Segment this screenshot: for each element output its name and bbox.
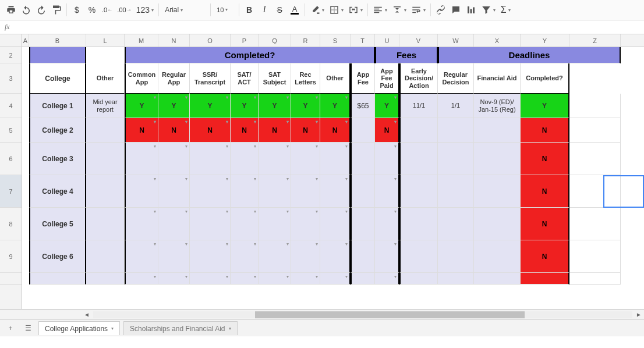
italic-button[interactable]: I — [257, 2, 272, 18]
cell[interactable] — [399, 143, 438, 175]
cell[interactable] — [259, 240, 291, 273]
borders-button[interactable] — [327, 2, 346, 18]
cell[interactable] — [320, 273, 351, 285]
cell[interactable] — [158, 208, 190, 240]
cell[interactable] — [474, 175, 521, 208]
decrease-decimal[interactable]: .0← — [100, 2, 115, 18]
cell[interactable] — [291, 208, 320, 240]
cell[interactable]: App Fee — [351, 63, 375, 94]
cell[interactable]: Completed? — [125, 47, 375, 63]
cell[interactable]: Y — [259, 94, 291, 118]
cell[interactable] — [474, 208, 521, 240]
cell[interactable] — [438, 240, 474, 273]
cell[interactable]: Y — [231, 94, 259, 118]
row-header[interactable]: 3 — [0, 63, 22, 94]
cell[interactable]: N — [375, 118, 399, 143]
column-header[interactable]: M — [125, 34, 158, 47]
column-header[interactable]: R — [291, 34, 320, 47]
cell[interactable] — [29, 47, 86, 63]
cell[interactable]: $65 — [351, 94, 375, 118]
link-icon[interactable] — [433, 2, 448, 18]
cell[interactable] — [22, 94, 29, 118]
cell[interactable]: Common App — [125, 63, 158, 94]
column-header[interactable]: Q — [259, 34, 291, 47]
cell[interactable] — [231, 175, 259, 208]
cell[interactable] — [22, 208, 29, 240]
column-header[interactable]: V — [399, 34, 438, 47]
cell[interactable]: N — [521, 143, 569, 175]
print-icon[interactable] — [3, 2, 19, 18]
cell[interactable] — [320, 240, 351, 273]
cell[interactable]: N — [521, 208, 569, 240]
cell[interactable]: N — [521, 175, 569, 208]
row-header[interactable]: 7 — [0, 175, 22, 208]
cell[interactable]: College 3 — [29, 143, 86, 175]
cell[interactable] — [320, 143, 351, 175]
cell[interactable] — [320, 175, 351, 208]
cell[interactable] — [399, 175, 438, 208]
cell[interactable]: Other — [320, 63, 351, 94]
cell[interactable] — [375, 143, 399, 175]
cell[interactable] — [22, 175, 29, 208]
wrap-button[interactable] — [409, 2, 428, 18]
cell[interactable] — [259, 208, 291, 240]
cell[interactable] — [569, 143, 621, 175]
undo-icon[interactable] — [19, 2, 34, 18]
increase-decimal[interactable]: .00→ — [115, 2, 133, 18]
cell[interactable] — [375, 175, 399, 208]
comment-icon[interactable] — [448, 2, 463, 18]
cell[interactable] — [399, 240, 438, 273]
strike-button[interactable]: S — [272, 2, 287, 18]
cell[interactable] — [158, 143, 190, 175]
cell[interactable] — [438, 118, 474, 143]
cell[interactable]: Regular Decision — [438, 63, 474, 94]
cell[interactable]: Regular App — [158, 63, 190, 94]
cell[interactable]: College 6 — [29, 240, 86, 273]
cell[interactable] — [521, 273, 569, 285]
cell[interactable] — [351, 273, 375, 285]
column-header[interactable]: S — [320, 34, 351, 47]
cell[interactable] — [569, 208, 621, 240]
column-header[interactable]: X — [474, 34, 521, 47]
halign-button[interactable] — [370, 2, 390, 18]
cell[interactable]: N — [231, 118, 259, 143]
cell[interactable] — [320, 208, 351, 240]
cell[interactable]: SAT/ ACT — [231, 63, 259, 94]
column-header[interactable]: P — [231, 34, 259, 47]
cell[interactable]: Other — [86, 63, 125, 94]
column-header[interactable]: T — [351, 34, 375, 47]
cell[interactable] — [125, 208, 158, 240]
cell[interactable] — [86, 273, 125, 285]
row-header[interactable] — [0, 273, 22, 285]
cell[interactable]: Y — [190, 94, 231, 118]
cell[interactable]: Financial Aid — [474, 63, 521, 94]
cell[interactable]: Y — [521, 94, 569, 118]
cell[interactable]: N — [158, 118, 190, 143]
cell[interactable] — [351, 240, 375, 273]
functions-icon[interactable]: Σ — [498, 2, 513, 18]
cell[interactable] — [259, 143, 291, 175]
cell[interactable] — [125, 273, 158, 285]
cell[interactable] — [569, 118, 621, 143]
cell[interactable] — [22, 273, 29, 285]
cell[interactable] — [351, 208, 375, 240]
cell[interactable] — [29, 273, 86, 285]
cell[interactable] — [375, 240, 399, 273]
cell[interactable] — [158, 273, 190, 285]
cell[interactable]: Y — [291, 94, 320, 118]
cell[interactable] — [569, 94, 621, 118]
column-header[interactable]: Y — [521, 34, 569, 47]
cell[interactable] — [231, 143, 259, 175]
cell[interactable]: Completed? — [521, 63, 569, 94]
cell[interactable]: N — [190, 118, 231, 143]
cell[interactable] — [474, 273, 521, 285]
column-header[interactable]: Z — [569, 34, 621, 47]
column-header[interactable]: A — [22, 34, 29, 47]
format-percent[interactable]: % — [84, 2, 100, 18]
cell[interactable] — [22, 47, 29, 63]
row-header[interactable]: 2 — [0, 47, 22, 63]
cell[interactable] — [474, 240, 521, 273]
cell[interactable] — [399, 273, 438, 285]
cell[interactable] — [291, 273, 320, 285]
cell[interactable] — [291, 175, 320, 208]
